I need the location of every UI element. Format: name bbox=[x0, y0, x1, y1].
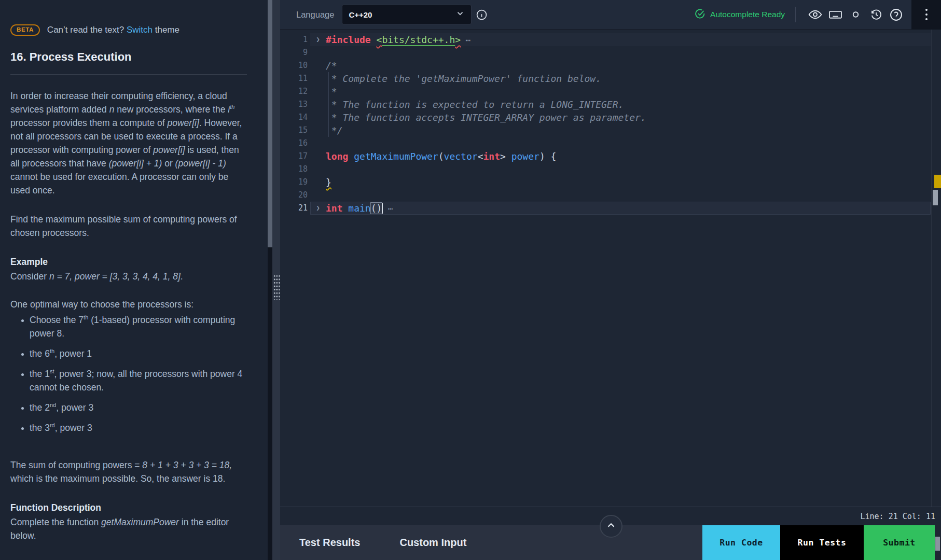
theme-switch-row: BETA Can’t read the text? Switch theme bbox=[10, 23, 247, 37]
line-number: 19 bbox=[280, 176, 310, 189]
line-number: 10 bbox=[280, 59, 310, 72]
theme-prompt: Can’t read the text? Switch theme bbox=[47, 23, 179, 37]
info-icon[interactable] bbox=[475, 8, 489, 22]
line-number: 20 bbox=[280, 189, 310, 202]
beta-badge: BETA bbox=[10, 24, 40, 36]
more-menu-button[interactable] bbox=[911, 0, 941, 30]
problem-scrollbar bbox=[268, 0, 272, 560]
example-heading: Example bbox=[10, 255, 247, 269]
history-icon[interactable] bbox=[869, 8, 883, 22]
tab-test-results[interactable]: Test Results bbox=[299, 537, 360, 549]
language-select[interactable]: C++20 bbox=[342, 5, 472, 24]
line-number: 21 bbox=[280, 202, 310, 215]
example-bullet-list: Choose the 7th (1-based) processor with … bbox=[10, 313, 247, 435]
bottom-scroll-thumb[interactable] bbox=[935, 537, 940, 551]
submit-button[interactable]: Submit bbox=[864, 525, 935, 560]
switch-theme-link[interactable]: Switch bbox=[127, 25, 153, 35]
code-line-16[interactable]: 16 bbox=[280, 137, 941, 150]
code-line-18[interactable]: 18 bbox=[280, 163, 941, 176]
function-description-line: Complete the function getMaximumPower in… bbox=[10, 515, 247, 542]
code-line-1[interactable]: 1❯#include <bits/stdc++.h>⋯ bbox=[280, 33, 941, 46]
bottom-scroll-track bbox=[935, 525, 941, 560]
bullet-item: Choose the 7th (1-based) processor with … bbox=[30, 313, 247, 340]
autocomplete-status: Autocomplete Ready bbox=[695, 8, 785, 21]
code-line-12[interactable]: 12 * bbox=[280, 85, 941, 98]
fold-chevron-icon[interactable]: ❯ bbox=[310, 33, 326, 46]
folded-code-ellipsis[interactable]: ⋯ bbox=[388, 204, 393, 214]
cursor-position: Line: 21 Col: 11 bbox=[861, 512, 936, 521]
eye-icon[interactable] bbox=[808, 8, 822, 22]
tab-custom-input[interactable]: Custom Input bbox=[399, 537, 466, 549]
line-number: 17 bbox=[280, 150, 310, 163]
folded-code-ellipsis[interactable]: ⋯ bbox=[465, 35, 470, 45]
example-line: Consider n = 7, power = [3, 3, 3, 4, 4, … bbox=[10, 270, 247, 283]
bullet-item: the 1st, power 3; now, all the processor… bbox=[30, 367, 247, 394]
code-line-21[interactable]: 21❯int main()⋯ bbox=[280, 202, 941, 215]
line-number: 9 bbox=[280, 46, 310, 59]
code-line-10[interactable]: 10/* bbox=[280, 59, 941, 72]
problem-paragraph: In order to increase their computing eff… bbox=[10, 89, 247, 197]
action-buttons: Run Code Run Tests Submit bbox=[702, 525, 935, 560]
language-value: C++20 bbox=[349, 10, 455, 19]
editor-scrollbar bbox=[931, 30, 941, 507]
title-divider bbox=[10, 74, 247, 75]
code-line-9[interactable]: 9 bbox=[280, 46, 941, 59]
problem-panel: BETA Can’t read the text? Switch theme 1… bbox=[0, 0, 268, 560]
help-icon[interactable] bbox=[889, 8, 903, 22]
code-line-15[interactable]: 15 */ bbox=[280, 124, 941, 137]
line-number: 13 bbox=[280, 98, 310, 111]
editor-panel: Language C++20 Autocomplete Ready bbox=[280, 0, 941, 560]
keyboard-icon[interactable] bbox=[828, 8, 842, 22]
editor-scrollbar-thumb[interactable] bbox=[933, 190, 938, 205]
run-code-button[interactable]: Run Code bbox=[702, 525, 780, 560]
line-number: 16 bbox=[280, 137, 310, 150]
code-lines: 1❯#include <bits/stdc++.h>⋯910/*11 * Com… bbox=[280, 33, 941, 215]
splitter-grip-icon bbox=[273, 274, 280, 300]
chevron-up-icon bbox=[605, 520, 617, 533]
brightness-icon[interactable] bbox=[849, 8, 863, 22]
line-number: 18 bbox=[280, 163, 310, 176]
fold-chevron-icon[interactable]: ❯ bbox=[310, 202, 326, 215]
line-number: 11 bbox=[280, 72, 310, 85]
topbar-divider bbox=[795, 7, 796, 22]
expand-panel-button[interactable] bbox=[600, 515, 622, 538]
run-tests-button[interactable]: Run Tests bbox=[780, 525, 864, 560]
sum-paragraph: The sum of computing powers = 8 + 1 + 3 … bbox=[10, 458, 247, 485]
text-cursor bbox=[382, 203, 383, 214]
code-line-19[interactable]: 19} bbox=[280, 176, 941, 189]
code-editor[interactable]: 1❯#include <bits/stdc++.h>⋯910/*11 * Com… bbox=[280, 30, 941, 507]
code-line-14[interactable]: 14 * The function accepts INTEGER_ARRAY … bbox=[280, 111, 941, 124]
code-line-20[interactable]: 20 bbox=[280, 189, 941, 202]
code-line-17[interactable]: 17long getMaximumPower(vector<int> power… bbox=[280, 150, 941, 163]
line-number: 14 bbox=[280, 111, 310, 124]
code-line-13[interactable]: 13 * The function is expected to return … bbox=[280, 98, 941, 111]
problem-paragraph: Find the maximum possible sum of computi… bbox=[10, 213, 247, 240]
line-number: 15 bbox=[280, 124, 310, 137]
bullet-item: the 6th, power 1 bbox=[30, 347, 247, 360]
line-number: 1 bbox=[280, 33, 310, 46]
chevron-down-icon bbox=[455, 9, 465, 20]
problem-title: 16. Process Execution bbox=[10, 50, 247, 64]
line-number: 12 bbox=[280, 85, 310, 98]
kebab-menu-icon bbox=[925, 13, 928, 16]
app-window: BETA Can’t read the text? Switch theme 1… bbox=[0, 0, 941, 560]
bullet-item: the 3rd, power 3 bbox=[30, 421, 247, 435]
optimal-line: One optimal way to choose the processors… bbox=[10, 298, 247, 311]
check-circle-icon bbox=[695, 8, 705, 21]
editor-topbar: Language C++20 Autocomplete Ready bbox=[280, 0, 941, 30]
panel-splitter[interactable] bbox=[272, 0, 280, 560]
problem-scrollbar-thumb[interactable] bbox=[268, 0, 272, 247]
code-line-11[interactable]: 11 * Complete the 'getMaximumPower' func… bbox=[280, 72, 941, 85]
language-label: Language bbox=[296, 10, 334, 20]
function-description-heading: Function Description bbox=[10, 501, 247, 514]
warning-marker[interactable] bbox=[934, 175, 941, 188]
bullet-item: the 2nd, power 3 bbox=[30, 401, 247, 414]
